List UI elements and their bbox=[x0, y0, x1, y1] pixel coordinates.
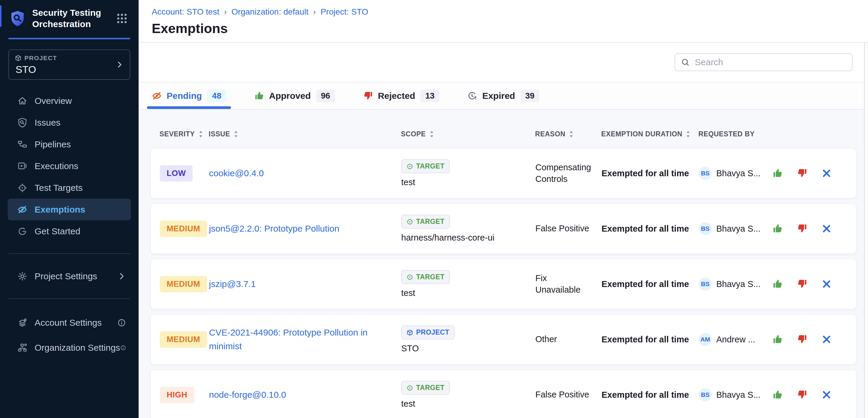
info-icon[interactable] bbox=[120, 343, 126, 352]
cancel-button[interactable] bbox=[821, 223, 832, 234]
sidebar-divider bbox=[8, 298, 130, 299]
shield-search-icon bbox=[17, 117, 27, 128]
severity-badge: MEDIUM bbox=[160, 221, 207, 237]
table-header: SEVERITY ISSUE SCOPE REASON EXEMPTION DU… bbox=[151, 110, 857, 148]
scope-chip: TARGET bbox=[401, 270, 450, 284]
cancel-button[interactable] bbox=[821, 168, 832, 179]
sidebar-item-overview[interactable]: Overview bbox=[8, 90, 131, 112]
gear-icon bbox=[17, 271, 27, 281]
org-gear-icon bbox=[17, 343, 27, 353]
reason: Compensating Controls bbox=[535, 162, 601, 185]
issue-link[interactable]: jszip@3.7.1 bbox=[209, 277, 401, 291]
project-selector[interactable]: PROJECT STO bbox=[8, 49, 130, 80]
scope-chip: TARGET bbox=[401, 215, 450, 229]
breadcrumb-project[interactable]: Project: STO bbox=[320, 7, 368, 17]
sto-shield-logo bbox=[9, 10, 26, 27]
requester-name: Bhavya S... bbox=[716, 169, 761, 178]
cube-icon bbox=[15, 55, 22, 61]
exemption-duration: Exempted for all time bbox=[601, 224, 699, 234]
app-grid-icon[interactable] bbox=[116, 12, 128, 25]
home-icon bbox=[17, 96, 27, 106]
sidebar-item-executions[interactable]: Executions bbox=[8, 155, 131, 177]
layers-gear-icon bbox=[17, 318, 27, 328]
sidebar-item-account-settings[interactable]: Account Settings bbox=[8, 310, 131, 335]
approve-button[interactable] bbox=[772, 278, 783, 290]
sidebar-item-project-settings[interactable]: Project Settings bbox=[8, 265, 131, 287]
cancel-button[interactable] bbox=[821, 389, 832, 400]
reject-button[interactable] bbox=[797, 389, 808, 400]
scrollbar[interactable] bbox=[864, 42, 868, 418]
issue-link[interactable]: json5@2.2.0: Prototype Pollution bbox=[209, 222, 401, 236]
thumbs-up-icon bbox=[772, 334, 783, 345]
scope-value: test bbox=[401, 288, 415, 298]
issue-link[interactable]: node-forge@0.10.0 bbox=[209, 388, 401, 402]
approve-button[interactable] bbox=[772, 168, 783, 179]
approve-button[interactable] bbox=[772, 389, 783, 400]
breadcrumb-account[interactable]: Account: STO test bbox=[152, 7, 219, 17]
row-actions bbox=[770, 334, 849, 345]
tab-pending[interactable]: Pending 48 bbox=[151, 82, 227, 109]
approve-button[interactable] bbox=[772, 223, 783, 234]
tab-rejected[interactable]: Rejected 13 bbox=[362, 82, 440, 109]
sort-icon[interactable] bbox=[569, 130, 574, 138]
tab-approved[interactable]: Approved 96 bbox=[253, 82, 336, 109]
sort-icon[interactable] bbox=[430, 130, 434, 138]
requested-by: AM Andrew ... bbox=[699, 333, 770, 346]
column-header-issue: ISSUE bbox=[209, 130, 401, 138]
sidebar-header: Security Testing Orchestration bbox=[0, 0, 138, 36]
issue-link[interactable]: cookie@0.4.0 bbox=[209, 166, 401, 180]
table-row[interactable]: HIGH node-forge@0.10.0 TARGET test False… bbox=[151, 370, 857, 418]
breadcrumb-separator: › bbox=[224, 7, 227, 17]
cancel-button[interactable] bbox=[821, 334, 832, 345]
pipelines-icon bbox=[17, 139, 27, 149]
scope-value: STO bbox=[401, 344, 419, 353]
sort-icon[interactable] bbox=[234, 130, 238, 138]
search-input[interactable] bbox=[675, 53, 852, 71]
eye-slash-icon bbox=[17, 205, 27, 215]
thumbs-down-icon bbox=[797, 389, 807, 400]
reject-button[interactable] bbox=[797, 168, 808, 179]
reject-button[interactable] bbox=[797, 334, 808, 345]
column-header-requested-by: REQUESTED BY bbox=[699, 130, 770, 138]
exemption-duration: Exempted for all time bbox=[601, 169, 699, 178]
table-row[interactable]: LOW cookie@0.4.0 TARGET test Compensatin… bbox=[151, 148, 857, 198]
sidebar-item-organization-settings[interactable]: Organization Settings bbox=[8, 335, 131, 360]
table-row[interactable]: MEDIUM jszip@3.7.1 TARGET test Fix Unava… bbox=[151, 259, 857, 309]
tab-expired[interactable]: Expired 39 bbox=[466, 82, 540, 109]
sidebar: Security Testing Orchestration PROJECT S… bbox=[0, 0, 138, 418]
sort-icon[interactable] bbox=[198, 130, 203, 138]
thumbs-up-icon bbox=[254, 91, 265, 101]
cancel-button[interactable] bbox=[821, 278, 832, 290]
sidebar-item-test-targets[interactable]: Test Targets bbox=[8, 177, 131, 199]
breadcrumb-organization[interactable]: Organization: default bbox=[231, 7, 308, 17]
table-row[interactable]: MEDIUM CVE-2021-44906: Prototype Polluti… bbox=[151, 314, 857, 364]
reject-button[interactable] bbox=[797, 278, 808, 290]
project-scope-icon bbox=[407, 329, 413, 336]
requester-name: Bhavya S... bbox=[716, 224, 761, 234]
scope-cell: TARGET test bbox=[401, 270, 535, 298]
app-title: Security Testing Orchestration bbox=[32, 7, 116, 30]
scope-value: test bbox=[401, 177, 415, 187]
issue-link[interactable]: CVE-2021-44906: Prototype Pollution in m… bbox=[209, 326, 401, 353]
chevron-right-icon bbox=[117, 272, 126, 281]
breadcrumb-separator: › bbox=[313, 7, 316, 17]
column-header-scope: SCOPE bbox=[401, 130, 535, 138]
info-icon[interactable] bbox=[117, 318, 126, 327]
thumbs-up-icon bbox=[772, 223, 783, 234]
table-row[interactable]: MEDIUM json5@2.2.0: Prototype Pollution … bbox=[151, 204, 857, 254]
scope-chip: PROJECT bbox=[401, 325, 455, 339]
tab-count-badge: 39 bbox=[521, 90, 539, 102]
project-selector-value: STO bbox=[16, 64, 124, 75]
reject-button[interactable] bbox=[797, 223, 808, 234]
sidebar-item-exemptions[interactable]: Exemptions bbox=[8, 199, 131, 220]
thumbs-down-icon bbox=[797, 334, 807, 345]
approve-button[interactable] bbox=[772, 334, 783, 345]
sidebar-item-get-started[interactable]: Get Started bbox=[8, 220, 131, 242]
sidebar-item-pipelines[interactable]: Pipelines bbox=[8, 133, 131, 155]
target-icon bbox=[17, 183, 27, 193]
close-icon bbox=[821, 389, 832, 400]
sort-icon[interactable] bbox=[686, 130, 690, 138]
reason: False Positive bbox=[535, 389, 601, 400]
sidebar-item-issues[interactable]: Issues bbox=[8, 112, 131, 133]
clock-expired-icon bbox=[467, 91, 477, 101]
